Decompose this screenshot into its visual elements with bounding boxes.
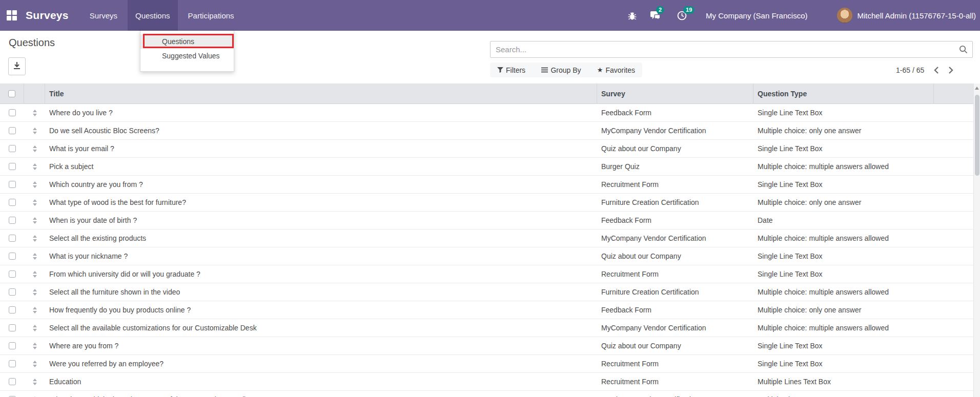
cell-survey: MyCompany Vendor Certification — [597, 324, 753, 332]
user-menu[interactable]: Mitchell Admin (11576767-15-0-all) — [857, 11, 976, 20]
row-checkbox[interactable] — [9, 342, 16, 349]
row-handle-cell — [24, 110, 45, 116]
row-checkbox-cell — [0, 217, 24, 224]
group-by-button[interactable]: Group By — [541, 66, 581, 74]
drag-handle-icon[interactable] — [33, 110, 37, 116]
nav-menu-surveys[interactable]: Surveys — [82, 0, 125, 31]
table-row[interactable]: Pick a subjectBurger QuizMultiple choice… — [0, 158, 973, 176]
column-header-survey[interactable]: Survey — [597, 83, 753, 103]
scrollbar-thumb[interactable] — [975, 95, 979, 176]
drag-handle-icon[interactable] — [33, 217, 37, 224]
row-checkbox[interactable] — [9, 127, 16, 134]
column-header-title[interactable]: Title — [45, 83, 597, 103]
table-row[interactable]: What do you think about the content of t… — [0, 391, 973, 397]
filters-button[interactable]: Filters — [497, 66, 525, 74]
drag-handle-icon[interactable] — [33, 128, 37, 134]
table-row[interactable]: How frequently do you buy products onlin… — [0, 301, 973, 319]
row-checkbox[interactable] — [9, 306, 16, 314]
row-checkbox[interactable] — [9, 360, 16, 367]
row-checkbox[interactable] — [9, 181, 16, 188]
table-row[interactable]: What is your email ?Quiz about our Compa… — [0, 140, 973, 158]
table-row[interactable]: What is your nickname ?Quiz about our Co… — [0, 247, 973, 265]
row-handle-cell — [24, 271, 45, 278]
row-checkbox-cell — [0, 199, 24, 206]
table-row[interactable]: Select all the existing productsMyCompan… — [0, 229, 973, 247]
nav-menu-questions[interactable]: Questions — [128, 0, 178, 31]
row-checkbox[interactable] — [9, 163, 16, 170]
drag-handle-icon[interactable] — [33, 361, 37, 367]
activities-clock-icon[interactable]: 19 — [677, 10, 687, 21]
dropdown-item-suggested-values[interactable]: Suggested Values — [140, 49, 234, 63]
table-row[interactable]: Select all the available customizations … — [0, 319, 973, 337]
cell-title: What type of wood is the best for furnit… — [45, 198, 597, 206]
row-checkbox[interactable] — [9, 109, 16, 116]
table-row[interactable]: Select all the furniture shown in the vi… — [0, 283, 973, 301]
drag-handle-icon[interactable] — [33, 307, 37, 314]
favorites-button[interactable]: ★ Favorites — [597, 66, 635, 74]
row-checkbox[interactable] — [9, 235, 16, 242]
group-by-label: Group By — [550, 66, 581, 74]
table-row[interactable]: Do we sell Acoustic Bloc Screens?MyCompa… — [0, 122, 973, 140]
row-checkbox[interactable] — [9, 217, 16, 224]
table-row[interactable]: Were you referred by an employee?Recruit… — [0, 355, 973, 373]
filters-label: Filters — [506, 66, 525, 74]
messages-icon[interactable]: 2 — [649, 10, 661, 21]
drag-handle-icon[interactable] — [33, 181, 37, 188]
extra-column-header — [934, 83, 973, 103]
cell-question-type: Single Line Text Box — [753, 180, 934, 189]
row-checkbox-cell — [0, 163, 24, 170]
vertical-scrollbar[interactable] — [973, 83, 980, 397]
drag-handle-icon[interactable] — [33, 163, 37, 170]
row-checkbox[interactable] — [9, 270, 16, 278]
drag-handle-icon[interactable] — [33, 235, 37, 242]
row-checkbox[interactable] — [9, 288, 16, 296]
row-checkbox[interactable] — [9, 199, 16, 206]
cell-title: Select all the existing products — [45, 234, 597, 242]
drag-handle-icon[interactable] — [33, 253, 37, 260]
search-icon[interactable] — [959, 45, 968, 56]
drag-handle-icon[interactable] — [33, 325, 37, 331]
row-checkbox[interactable] — [9, 378, 16, 385]
table-row[interactable]: What type of wood is the best for furnit… — [0, 194, 973, 212]
table-row[interactable]: From which university did or will you gr… — [0, 265, 973, 283]
drag-handle-icon[interactable] — [33, 379, 37, 385]
select-all-checkbox[interactable] — [8, 90, 15, 97]
cell-question-type: Multiple choice: multiple answers allowe… — [753, 162, 934, 171]
drag-handle-icon[interactable] — [33, 271, 37, 278]
table-row[interactable]: When is your date of birth ?Feedback For… — [0, 212, 973, 229]
row-checkbox[interactable] — [9, 324, 16, 331]
row-handle-cell — [24, 289, 45, 296]
dropdown-item-questions[interactable]: Questions — [140, 34, 234, 49]
drag-handle-icon[interactable] — [33, 199, 37, 206]
row-handle-cell — [24, 253, 45, 260]
table-row[interactable]: Which country are you from ?Recruitment … — [0, 176, 973, 194]
export-button[interactable] — [8, 57, 26, 75]
top-navbar: Surveys SurveysQuestionsParticipations 2 — [0, 0, 980, 31]
avatar[interactable] — [837, 8, 852, 23]
nav-menu-participations[interactable]: Participations — [180, 0, 242, 31]
row-handle-cell — [24, 307, 45, 314]
table-row[interactable]: EducationRecruitment FormMultiple Lines … — [0, 373, 973, 391]
company-switcher[interactable]: My Company (San Francisco) — [706, 11, 807, 20]
cell-title: How frequently do you buy products onlin… — [45, 306, 597, 314]
apps-menu-icon[interactable] — [7, 10, 17, 20]
row-checkbox-cell — [0, 109, 24, 116]
row-checkbox[interactable] — [9, 253, 16, 260]
drag-handle-icon[interactable] — [33, 289, 37, 296]
debug-bug-icon[interactable] — [627, 11, 637, 20]
pager: 1-65 / 65 — [896, 62, 958, 77]
column-header-question-type[interactable]: Question Type — [753, 83, 934, 103]
search-input[interactable] — [490, 41, 973, 58]
scrollbar-up-arrow-icon[interactable] — [975, 87, 979, 90]
cell-question-type: Multiple choice: only one answer — [753, 198, 934, 206]
activities-badge: 19 — [683, 6, 695, 14]
app-brand[interactable]: Surveys — [26, 9, 69, 22]
drag-handle-icon[interactable] — [33, 343, 37, 349]
table-row[interactable]: Where do you live ?Feedback FormSingle L… — [0, 104, 973, 122]
pager-next-icon[interactable] — [944, 65, 958, 76]
drag-handle-icon[interactable] — [33, 145, 37, 152]
row-handle-cell — [24, 235, 45, 242]
pager-previous-icon[interactable] — [929, 65, 944, 76]
row-checkbox[interactable] — [9, 145, 16, 152]
table-row[interactable]: Where are you from ?Quiz about our Compa… — [0, 337, 973, 355]
